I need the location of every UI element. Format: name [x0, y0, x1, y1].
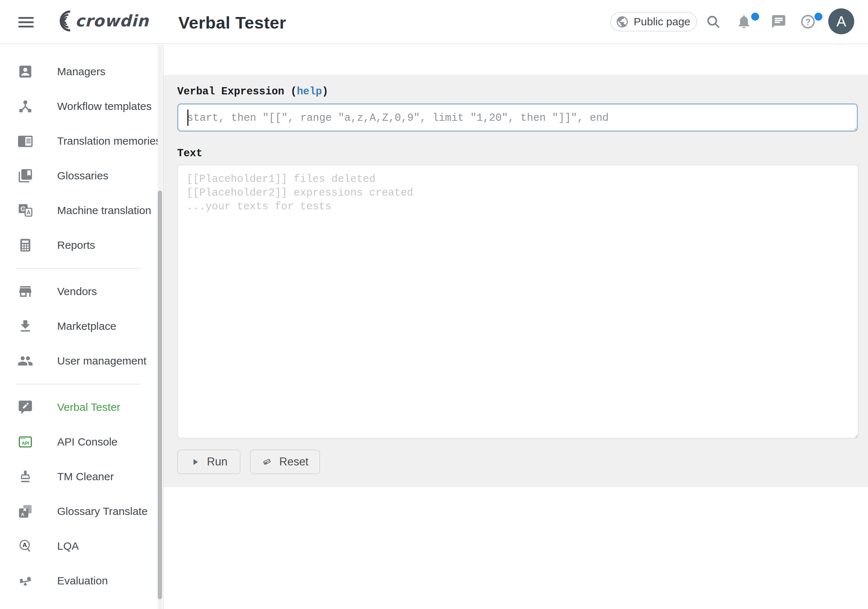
sidebar-section-divider	[16, 384, 140, 384]
workflow-templates-icon	[17, 98, 33, 114]
tm-cleaner-icon	[17, 469, 33, 485]
sidebar-item-label: Vendors	[57, 285, 97, 298]
sidebar-item-managers[interactable]: Managers	[0, 54, 163, 89]
sidebar-scrollbar-track	[158, 45, 162, 609]
svg-text:API: API	[22, 441, 29, 446]
sidebar-item-label: API Console	[57, 436, 118, 448]
sidebar-item-label: Evaluation	[57, 575, 108, 587]
svg-text:?: ?	[805, 17, 811, 27]
sidebar-item-label: User management	[57, 355, 146, 367]
sidebar-item-label: LQA	[57, 540, 79, 552]
avatar[interactable]: A	[828, 8, 854, 34]
sidebar-item-label: TM Cleaner	[57, 471, 114, 483]
expression-label-text: Verbal Expression (	[177, 86, 297, 98]
sidebar-item-translation-memories[interactable]: Translation memories	[0, 124, 163, 158]
logo-wordmark: crowdin	[75, 12, 149, 30]
sidebar-item-machine-translation[interactable]: G A Machine translation	[0, 193, 163, 228]
sidebar-item-label: Workflow templates	[57, 100, 152, 113]
evaluation-icon	[17, 573, 33, 589]
run-button[interactable]: Run	[177, 449, 240, 474]
api-console-icon: API	[17, 434, 33, 450]
public-page-label: Public page	[634, 15, 690, 28]
sidebar-nav: Managers Workflow templates Translation …	[0, 45, 163, 598]
help-icon[interactable]: ?	[800, 14, 816, 29]
translation-memories-icon	[17, 133, 33, 149]
managers-icon	[17, 64, 33, 79]
sidebar-item-workflow-templates[interactable]: Workflow templates	[0, 89, 163, 124]
sidebar-item-label: Glossary Translate	[57, 505, 147, 518]
expression-label: Verbal Expression (help)	[177, 86, 858, 98]
run-button-label: Run	[207, 455, 228, 468]
notifications-badge-dot	[751, 12, 759, 21]
page-title: Verbal Tester	[178, 12, 286, 33]
expression-input[interactable]	[177, 104, 858, 132]
sidebar-item-glossaries[interactable]: Glossaries	[0, 158, 163, 193]
vendors-icon	[17, 284, 33, 299]
sidebar-item-tm-cleaner[interactable]: TM Cleaner	[0, 459, 163, 494]
verbal-tester-panel: Verbal Expression (help) Text Run	[163, 75, 868, 487]
sidebar-item-vendors[interactable]: Vendors	[0, 274, 163, 309]
sidebar-item-label: Translation memories	[57, 135, 161, 147]
help-link[interactable]: help	[297, 86, 322, 98]
eraser-icon	[262, 456, 272, 467]
sidebar-item-label: Machine translation	[57, 205, 151, 217]
lqa-icon: A	[17, 538, 33, 554]
sidebar-item-label: Glossaries	[57, 170, 108, 182]
sidebar-item-verbal-tester[interactable]: Verbal Tester	[0, 390, 163, 425]
sidebar-section-divider	[16, 268, 140, 269]
sidebar-item-label: Marketplace	[57, 320, 116, 332]
text-cursor	[188, 110, 188, 126]
hamburger-menu-icon[interactable]	[19, 17, 34, 28]
sidebar-item-marketplace[interactable]: Marketplace	[0, 309, 163, 344]
help-badge-dot	[814, 12, 822, 21]
play-icon	[190, 457, 200, 467]
sidebar-item-label: Reports	[57, 239, 95, 251]
sidebar-item-label: Managers	[57, 65, 105, 78]
notifications-bell-icon[interactable]	[736, 14, 752, 29]
svg-text:A: A	[22, 541, 27, 549]
reports-icon	[17, 237, 33, 253]
globe-icon	[615, 15, 629, 29]
sidebar-item-api-console[interactable]: API API Console	[0, 425, 163, 459]
expression-label-close: )	[322, 86, 328, 98]
sidebar: Managers Workflow templates Translation …	[0, 45, 163, 609]
sidebar-item-user-management[interactable]: User management	[0, 344, 163, 378]
reset-button-label: Reset	[279, 455, 308, 468]
sidebar-item-reports[interactable]: Reports	[0, 228, 163, 263]
crowdin-logo[interactable]: crowdin	[48, 10, 160, 32]
top-header: crowdin Verbal Tester Public page ? A	[0, 0, 868, 44]
search-icon[interactable]	[705, 14, 721, 29]
glossary-translate-icon: A	[17, 504, 33, 519]
verbal-tester-icon	[17, 399, 33, 415]
sidebar-item-lqa[interactable]: A LQA	[0, 529, 163, 563]
user-management-icon	[17, 353, 33, 369]
reset-button[interactable]: Reset	[250, 449, 320, 474]
sidebar-item-glossary-translate[interactable]: A Glossary Translate	[0, 494, 163, 529]
public-page-button[interactable]: Public page	[610, 12, 697, 31]
expression-input-wrapper	[177, 104, 858, 133]
glossaries-icon	[17, 168, 33, 184]
sidebar-item-label: Verbal Tester	[57, 401, 121, 413]
svg-text:A: A	[26, 209, 30, 215]
button-row: Run Reset	[177, 449, 858, 474]
sidebar-item-evaluation[interactable]: Evaluation	[0, 563, 163, 598]
avatar-letter: A	[837, 13, 846, 29]
marketplace-icon	[17, 318, 33, 334]
svg-text:A: A	[21, 512, 24, 517]
main-content: Verbal Expression (help) Text Run	[163, 45, 868, 609]
messages-icon[interactable]	[771, 14, 787, 29]
sidebar-scrollbar-thumb[interactable]	[158, 191, 162, 599]
text-label: Text	[177, 147, 858, 160]
machine-translation-icon: G A	[17, 203, 33, 218]
text-input[interactable]	[177, 164, 859, 439]
